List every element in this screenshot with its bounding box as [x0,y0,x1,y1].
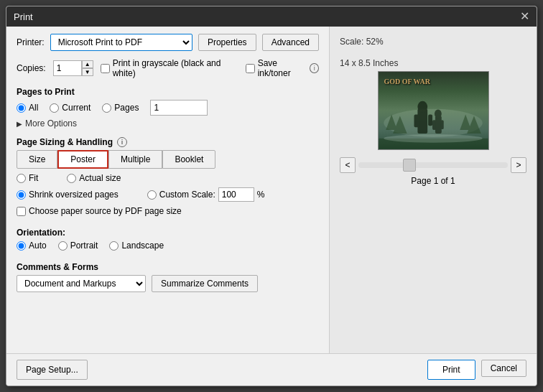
more-options[interactable]: ▶ More Options [17,118,319,129]
pages-to-print-section: Pages to Print All Current Pages [17,84,319,129]
svg-rect-4 [414,115,419,128]
copies-down-btn[interactable]: ▼ [82,68,93,76]
svg-rect-5 [428,115,432,126]
paper-source-label: Choose paper source by PDF page size [29,206,182,216]
printer-select[interactable]: Microsoft Print to PDF [50,34,192,51]
custom-scale-row: Custom Scale: % [147,187,265,202]
landscape-orientation: Landscape [109,241,164,251]
all-pages-radio[interactable] [17,103,26,113]
page-sizing-info-icon[interactable]: i [117,137,127,147]
print-dialog: Print ✕ Printer: Microsoft Print to PDF … [6,6,537,386]
preview-size: 14 x 8.5 Inches [340,58,398,68]
preview-image: GOD OF WAR [378,71,489,150]
auto-orientation: Auto [17,241,47,251]
landscape-label: Landscape [121,241,164,251]
printer-label: Printer: [17,37,45,47]
comments-dropdown[interactable]: Document and Markups Document Form Field… [17,275,146,292]
grayscale-checkbox[interactable] [101,64,110,73]
custom-scale-radio[interactable] [147,190,157,200]
tab-multiple[interactable]: Multiple [108,150,162,169]
svg-rect-9 [440,121,443,130]
custom-scale-input[interactable] [218,187,254,202]
tab-size[interactable]: Size [17,150,57,169]
tab-poster[interactable]: Poster [57,150,108,169]
current-page-label: Current [62,103,90,113]
preview-svg [379,95,488,149]
close-button[interactable]: ✕ [520,11,529,22]
preview-scale: Scale: 52% [340,37,384,47]
pages-label: Pages [114,103,139,113]
copies-wrapper: ▲ ▼ [53,60,93,76]
grayscale-group: Print in grayscale (black and white) [101,58,234,78]
actual-size-label: Actual size [79,173,121,183]
shrink-label: Shrink oversized pages [29,190,119,200]
summarize-comments-button[interactable]: Summarize Comments [152,275,258,292]
actual-size-option: Actual size [67,173,121,183]
svg-point-7 [434,110,441,118]
sizing-col-2: Shrink oversized pages Custom Scale: % [17,187,319,202]
portrait-label: Portrait [70,241,98,251]
page-slider[interactable] [358,162,508,168]
page-sizing-title: Page Sizing & Handling [17,137,113,147]
page-setup-button[interactable]: Page Setup... [17,360,88,380]
svg-rect-8 [432,121,436,131]
pages-radio[interactable] [102,103,111,113]
properties-button[interactable]: Properties [198,34,256,51]
copies-up-btn[interactable]: ▲ [82,60,93,68]
current-page-radio[interactable] [50,103,59,113]
more-options-label: More Options [25,118,77,129]
orientation-section: Orientation: Auto Portrait Landscape [17,225,319,251]
dialog-footer: Page Setup... Print Cancel [6,353,537,386]
svg-rect-6 [435,116,441,134]
percent-label: % [257,190,265,200]
copies-spinner: ▲ ▼ [82,60,93,76]
comments-row: Document and Markups Document Form Field… [17,275,319,292]
fit-radio[interactable] [17,174,26,183]
current-page-group: Current [50,103,90,113]
page-sizing-header: Page Sizing & Handling i [17,137,319,147]
slider-thumb[interactable] [403,159,416,172]
fit-option: Fit [17,173,38,183]
prev-page-button[interactable]: < [340,157,356,173]
sizing-options: Fit Actual size Shrink oversized pages [17,173,319,216]
paper-source-option: Choose paper source by PDF page size [17,206,319,216]
actual-size-radio[interactable] [67,174,76,183]
page-sizing-tabs: Size Poster Multiple Booklet [17,150,319,169]
save-ink-checkbox[interactable] [246,64,255,73]
copies-input[interactable] [53,60,82,76]
pages-input[interactable] [150,100,208,116]
print-options-row: Print in grayscale (black and white) Sav… [101,58,319,78]
fit-label: Fit [29,173,38,183]
save-ink-label: Save ink/toner [258,58,307,78]
paper-source-checkbox[interactable] [17,207,26,216]
shrink-radio[interactable] [17,190,26,200]
dialog-body: Printer: Microsoft Print to PDF Properti… [6,27,537,353]
all-pages-group: All [17,103,38,113]
auto-radio[interactable] [17,241,26,251]
page-sizing-section: Page Sizing & Handling i Size Poster Mul… [17,134,319,216]
footer-actions: Print Cancel [427,360,526,380]
pages-to-print-title: Pages to Print [17,87,319,97]
pages-radio-row: All Current Pages [17,100,319,116]
pages-group: Pages [102,103,139,113]
page-info: Page 1 of 1 [411,176,455,186]
cancel-button[interactable]: Cancel [481,360,526,377]
all-pages-label: All [29,103,38,113]
tab-booklet[interactable]: Booklet [162,150,215,169]
auto-label: Auto [29,241,47,251]
copies-grayscale-row: Copies: ▲ ▼ Print in grayscale (black an… [17,58,319,78]
save-ink-info-icon[interactable]: i [310,63,319,73]
portrait-orientation: Portrait [58,241,98,251]
page-nav: < > [340,157,526,173]
landscape-radio[interactable] [109,241,119,251]
portrait-radio[interactable] [58,241,68,251]
custom-scale-label: Custom Scale: [159,190,215,200]
sizing-col-1: Fit Actual size [17,173,319,183]
orientation-title: Orientation: [17,228,319,238]
left-panel: Printer: Microsoft Print to PDF Properti… [6,27,330,353]
advanced-button[interactable]: Advanced [262,34,319,51]
next-page-button[interactable]: > [511,157,526,173]
print-button[interactable]: Print [427,360,475,380]
grayscale-label: Print in grayscale (black and white) [113,58,234,78]
dialog-title: Print [14,11,33,22]
